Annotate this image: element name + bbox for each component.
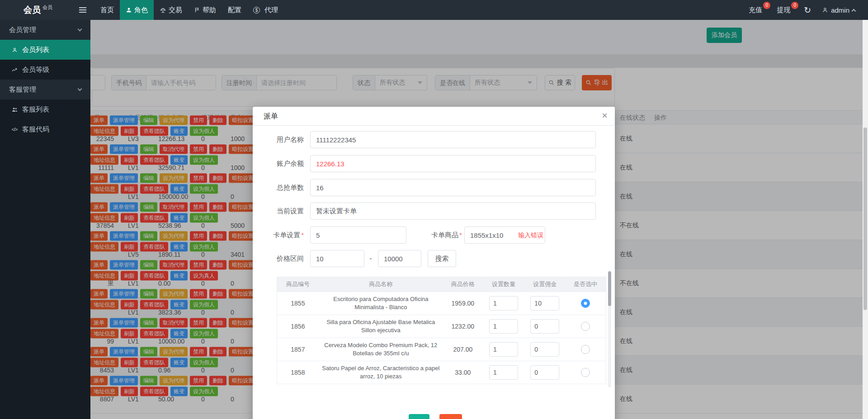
sidebar-item-service-code[interactable]: </> 客服代码 (0, 119, 90, 139)
dollar-icon: $ (253, 7, 260, 14)
modal-footer-button-cancel[interactable] (439, 414, 462, 419)
product-row: 1857Cerveza Modelo Combo Premium Pack, 1… (277, 338, 606, 361)
modal-header: 派单 × (253, 107, 615, 126)
modal-search-button[interactable]: 搜索 (428, 250, 456, 267)
price-min-input[interactable] (310, 250, 364, 267)
input-error-text: 输入错误 (518, 226, 543, 244)
logo-text: 会员 (24, 5, 41, 14)
field-card-setting: 卡单设置* 卡单商品* 输入错误 (264, 226, 615, 244)
product-id: 1855 (277, 299, 319, 308)
price-max-input[interactable] (378, 250, 421, 267)
chevron-up-icon (852, 9, 856, 13)
current-setting-input[interactable] (310, 202, 596, 220)
username-input[interactable] (310, 131, 596, 148)
balance-input[interactable] (310, 155, 596, 172)
product-table-header: 商品编号 商品名称 商品价格 设置数量 设置佣金 是否选中 (277, 277, 606, 292)
flag-icon (194, 7, 200, 13)
sidebar: 会员管理 会员列表 会员等级 客服管理 客服列表 </> 客服代码 (0, 20, 90, 419)
tab-agent[interactable]: $ 代理 (247, 0, 284, 20)
radio-unselected[interactable] (581, 322, 590, 331)
product-price: 1959.00 (443, 299, 483, 308)
page-scrollbar[interactable] (863, 20, 868, 419)
tab-roles[interactable]: 角色 (120, 0, 154, 20)
user-menu[interactable]: admin (817, 6, 860, 14)
quantity-input[interactable] (489, 365, 518, 380)
close-icon[interactable]: × (602, 110, 608, 122)
total-orders-input[interactable] (310, 179, 596, 196)
menu-toggle-icon[interactable] (79, 0, 91, 20)
commission-input[interactable] (530, 296, 559, 311)
navbar-right: 充值 0 提现 0 ↻ admin (741, 0, 868, 20)
commission-input[interactable] (530, 319, 559, 334)
product-id: 1858 (277, 368, 319, 377)
product-table: 商品编号 商品名称 商品价格 设置数量 设置佣金 是否选中 1855Escrit… (277, 277, 606, 384)
withdraw-badge: 0 (791, 2, 798, 9)
product-row: 1858Satoru Papel de Arroz, Caracteristic… (277, 361, 606, 384)
product-name: Satoru Papel de Arroz, Caracteristico a … (319, 363, 443, 381)
modal-footer-button-confirm[interactable] (409, 414, 429, 419)
code-icon: </> (11, 127, 18, 132)
field-username: 用户名称 (264, 131, 615, 148)
product-id: 1856 (277, 322, 319, 331)
scrollbar-thumb[interactable] (608, 271, 611, 306)
user-icon (11, 47, 18, 53)
tab-transactions[interactable]: 交易 (154, 0, 188, 20)
username-label: admin (831, 6, 849, 14)
required-star: * (459, 231, 462, 239)
scale-icon (160, 7, 166, 14)
product-name: Cerveza Modelo Combo Premium Pack, 12 Bo… (319, 340, 443, 358)
quantity-input[interactable] (489, 342, 518, 357)
user-icon (126, 7, 132, 13)
field-balance: 账户余额 (264, 155, 615, 172)
refresh-icon[interactable]: ↻ (797, 5, 817, 15)
commission-input[interactable] (530, 365, 559, 380)
sidebar-item-member-level[interactable]: 会员等级 (0, 60, 90, 80)
modal-title: 派单 (264, 112, 278, 121)
nav-tabs: 首页 角色 交易 帮助 配置 $ 代理 (94, 0, 284, 20)
person-icon (822, 7, 828, 13)
product-name: Escritorio para Computadora Oficina Mini… (319, 294, 443, 312)
quantity-input[interactable] (489, 319, 518, 334)
tab-home[interactable]: 首页 (94, 0, 120, 20)
app-logo: 会员会员 (0, 4, 79, 16)
sidebar-group-member-management[interactable]: 会员管理 (0, 20, 90, 40)
product-id: 1857 (277, 345, 319, 354)
recharge-nav-item[interactable]: 充值 0 (741, 6, 769, 14)
chevron-down-icon (78, 27, 82, 32)
product-row: 1855Escritorio para Computadora Oficina … (277, 292, 606, 315)
radio-unselected[interactable] (581, 368, 590, 377)
tab-settings[interactable]: 配置 (222, 0, 247, 20)
quantity-input[interactable] (489, 296, 518, 311)
required-star: * (301, 231, 304, 239)
withdraw-nav-item[interactable]: 提现 0 (769, 6, 797, 14)
member-level-icon (11, 66, 18, 73)
radio-unselected[interactable] (581, 345, 590, 354)
navbar: 会员会员 首页 角色 交易 帮助 配置 $ 代理 (0, 0, 868, 20)
product-price: 33.00 (443, 368, 483, 377)
radio-selected[interactable] (581, 299, 590, 308)
product-row: 1856Silla para Oficina Ajustable Base Me… (277, 315, 606, 338)
field-current-setting: 当前设置 (264, 202, 615, 220)
scrollbar-thumb[interactable] (863, 127, 867, 310)
modal-scrollbar[interactable] (608, 271, 611, 387)
range-dash: - (368, 250, 374, 267)
sidebar-group-service-management[interactable]: 客服管理 (0, 80, 90, 99)
chevron-down-icon (78, 87, 82, 91)
tab-help[interactable]: 帮助 (188, 0, 222, 20)
commission-input[interactable] (530, 342, 559, 357)
product-price: 1232.00 (443, 322, 483, 331)
app-root: 会员会员 首页 角色 交易 帮助 配置 $ 代理 (0, 0, 868, 419)
dispatch-modal: 派单 × 用户名称 账户余额 总抢单数 当前设置 卡单设置* 卡单商品* 输入错… (253, 107, 615, 419)
field-total-orders: 总抢单数 (264, 179, 615, 196)
sidebar-item-service-list[interactable]: 客服列表 (0, 99, 90, 119)
field-price-range: 价格区间 - 搜索 (264, 250, 615, 267)
product-price: 207.00 (443, 345, 483, 354)
users-icon (11, 106, 18, 113)
card-setting-input[interactable] (310, 226, 406, 244)
product-name: Silla para Oficina Ajustable Base Metali… (319, 317, 443, 335)
sidebar-item-member-list[interactable]: 会员列表 (0, 40, 90, 60)
